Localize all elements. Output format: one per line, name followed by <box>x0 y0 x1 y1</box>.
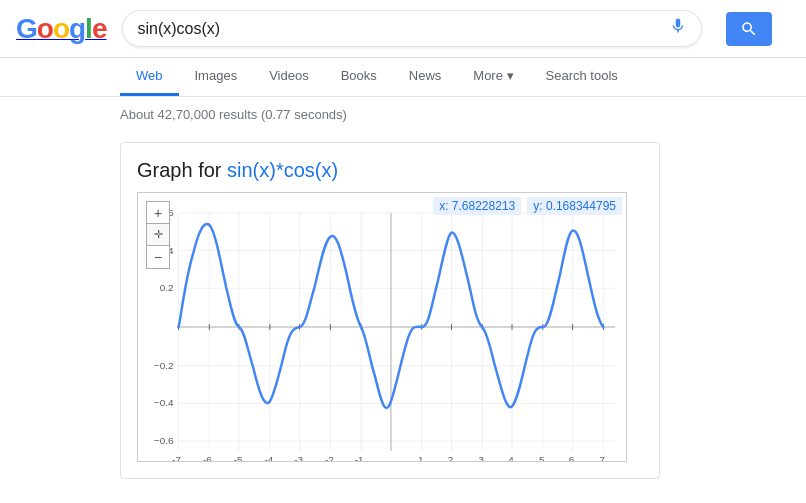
graph-title: Graph for sin(x)*cos(x) <box>137 159 643 182</box>
search-input[interactable] <box>137 20 661 38</box>
google-logo[interactable]: Google <box>16 13 106 45</box>
coord-y-value: y: 0.168344795 <box>527 197 622 215</box>
svg-text:−0.6: −0.6 <box>154 435 174 446</box>
svg-text:-7: -7 <box>172 454 181 461</box>
header: Google <box>0 0 806 58</box>
svg-text:7: 7 <box>600 454 606 461</box>
svg-text:-6: -6 <box>203 454 212 461</box>
svg-text:-4: -4 <box>264 454 273 461</box>
tab-books[interactable]: Books <box>325 58 393 96</box>
svg-text:6: 6 <box>569 454 575 461</box>
results-info: About 42,70,000 results (0.77 seconds) <box>0 97 806 132</box>
graph-title-link[interactable]: sin(x)*cos(x) <box>227 159 338 181</box>
mic-icon[interactable] <box>669 17 687 40</box>
graph-card: Graph for sin(x)*cos(x) + ✛ − x: 7.68228… <box>120 142 660 479</box>
svg-text:−0.4: −0.4 <box>154 397 174 408</box>
tab-news[interactable]: News <box>393 58 458 96</box>
coord-display: x: 7.68228213 y: 0.168344795 <box>433 197 622 215</box>
tab-web[interactable]: Web <box>120 58 179 96</box>
tab-videos[interactable]: Videos <box>253 58 325 96</box>
nav-tabs: Web Images Videos Books News More ▾ Sear… <box>0 58 806 97</box>
graph-area[interactable]: + ✛ − x: 7.68228213 y: 0.168344795 <box>137 192 627 462</box>
tab-search-tools[interactable]: Search tools <box>530 58 634 96</box>
tab-more[interactable]: More ▾ <box>457 58 529 96</box>
svg-text:2: 2 <box>448 454 454 461</box>
tab-images[interactable]: Images <box>179 58 254 96</box>
pan-button[interactable]: ✛ <box>147 224 169 246</box>
search-bar <box>122 10 702 47</box>
svg-text:4: 4 <box>508 454 514 461</box>
svg-text:0.2: 0.2 <box>160 282 174 293</box>
zoom-out-button[interactable]: − <box>147 246 169 268</box>
graph-controls: + ✛ − <box>146 201 170 269</box>
svg-text:-5: -5 <box>234 454 243 461</box>
svg-text:1: 1 <box>418 454 424 461</box>
coord-x-value: x: 7.68228213 <box>433 197 521 215</box>
svg-text:3: 3 <box>479 454 485 461</box>
svg-text:5: 5 <box>539 454 545 461</box>
svg-text:-2: -2 <box>325 454 334 461</box>
graph-svg: -7 -6 -5 -4 -3 -2 -1 1 2 3 4 5 6 7 0.6 0… <box>138 193 626 461</box>
search-button[interactable] <box>726 12 772 46</box>
zoom-in-button[interactable]: + <box>147 202 169 224</box>
svg-text:-3: -3 <box>294 454 303 461</box>
svg-text:−0.2: −0.2 <box>154 360 174 371</box>
svg-text:-1: -1 <box>355 454 364 461</box>
